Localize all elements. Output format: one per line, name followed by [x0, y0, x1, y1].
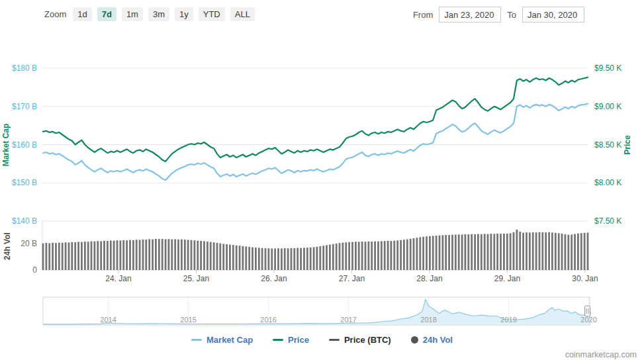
circle-marker-icon [411, 336, 418, 343]
chart-legend: Market CapPricePrice (BTC)24h Vol [0, 335, 644, 345]
year-label: 2018 [414, 316, 443, 324]
market-cap-tick-label: $160 B [0, 140, 37, 150]
x-axis-label: 30. Jan [565, 274, 605, 283]
price-tick-label: $9.00 K [594, 102, 641, 111]
x-axis-label: 28. Jan [410, 274, 449, 283]
market-cap-tick-label: $140 B [0, 216, 37, 226]
line-marker-icon [329, 339, 340, 341]
volume-tick-label: 20 B [0, 239, 37, 248]
main-chart[interactable] [0, 0, 644, 364]
year-label: 2015 [174, 316, 203, 324]
x-axis-label: 26. Jan [254, 274, 294, 283]
price-tick-label: $8.00 K [594, 178, 641, 187]
year-label: 2017 [334, 316, 363, 324]
line-marker-icon [273, 339, 283, 341]
legend-item-price[interactable]: Price [273, 335, 309, 345]
market-cap-tick-label: $150 B [0, 178, 37, 187]
legend-item-label: Price [288, 335, 309, 345]
x-axis-label: 25. Jan [176, 274, 216, 283]
legend-item-label: Price (BTC) [344, 335, 391, 345]
x-axis-label: 29. Jan [487, 274, 527, 283]
legend-item-label: 24h Vol [423, 335, 453, 345]
volume-tick-label: 0 [0, 265, 37, 275]
legend-item-market-cap[interactable]: Market Cap [191, 335, 253, 345]
x-axis-label: 24. Jan [99, 274, 138, 283]
plot-area[interactable] [43, 63, 588, 270]
watermark: coinmarketcap.com [565, 350, 637, 359]
year-label: 2019 [494, 316, 524, 324]
market-cap-tick-label: $180 B [0, 64, 37, 73]
navigator-handle[interactable] [585, 306, 590, 316]
price-tick-label: $7.50 K [594, 216, 641, 226]
legend-item-24h-vol[interactable]: 24h Vol [411, 335, 453, 345]
market-cap-tick-label: $170 B [0, 102, 37, 111]
year-label: 2020 [575, 316, 604, 324]
legend-item-label: Market Cap [207, 335, 253, 345]
crypto-chart-widget: Zoom 1d7d1m3m1yYTDALL From To Market Cap… [0, 0, 644, 364]
legend-item-price-btc[interactable]: Price (BTC) [329, 335, 391, 345]
year-label: 2016 [254, 316, 283, 324]
year-label: 2014 [94, 316, 123, 324]
line-marker-icon [191, 339, 202, 341]
price-tick-label: $9.50 K [594, 64, 641, 73]
x-axis-label: 27. Jan [332, 274, 371, 283]
price-tick-label: $8.50 K [594, 140, 641, 150]
